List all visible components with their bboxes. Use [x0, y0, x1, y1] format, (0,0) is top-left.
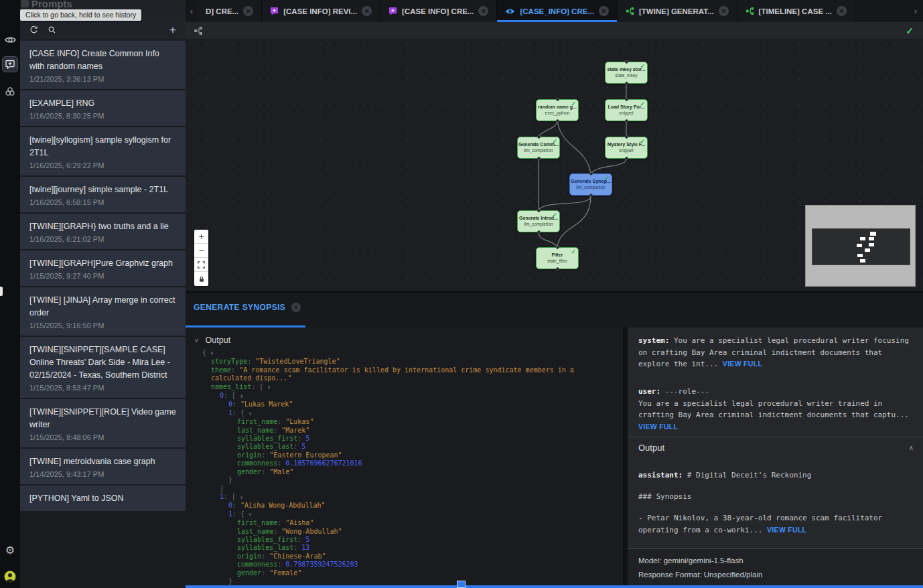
json-line: syllables_last: 13	[186, 544, 616, 552]
tab-close-icon[interactable]: ✕	[719, 6, 729, 16]
chevron-up-icon[interactable]: ∧	[909, 444, 914, 451]
collapse-chevron-icon[interactable]: ∨	[240, 393, 243, 399]
graph-node[interactable]: ✓state mkey stor...state_mkey	[605, 62, 648, 84]
lock-icon[interactable]	[194, 272, 208, 286]
tab[interactable]: D] CRE...✕	[198, 0, 262, 22]
eye-view-icon[interactable]	[0, 29, 20, 50]
json-token: last_name	[237, 427, 273, 434]
settings-gear-icon[interactable]: ⚙	[0, 540, 20, 560]
json-token: syllables_last	[237, 544, 293, 551]
json-token: }	[228, 476, 232, 484]
minimap-viewport[interactable]	[812, 228, 910, 265]
refresh-icon[interactable]	[29, 25, 38, 34]
tab-close-icon[interactable]: ✕	[362, 6, 372, 16]
tab-close-icon[interactable]: ✕	[243, 6, 253, 16]
tab-close-icon[interactable]: ✕	[599, 6, 609, 16]
list-item[interactable]: [TWINE][SNIPPET][ROLE] Video game writer…	[20, 399, 186, 447]
list-item[interactable]: [EXAMPLE] RNG1/16/2025, 8:30:25 PM	[20, 90, 186, 126]
graph-node[interactable]: ✓random name g...exec_python	[536, 99, 579, 121]
zoom-out-icon[interactable]: −	[194, 244, 208, 258]
tab[interactable]: [TWINE] GENERAT...✕	[618, 0, 737, 22]
list-item[interactable]: [twine][syllogism] sample syllogism for …	[20, 127, 186, 175]
tab-strip: D] CRE...✕[CASE INFO] REVI...✕[CASE INFO…	[198, 0, 855, 22]
json-token: :	[261, 569, 269, 577]
graph-node[interactable]: ✓Mystery Style F...snippet	[605, 137, 648, 159]
list-item[interactable]: [TWINE] metroidvania case graph1/14/2025…	[20, 449, 186, 484]
tab-close-icon[interactable]: ✕	[478, 6, 488, 16]
fit-view-icon[interactable]	[194, 258, 208, 272]
tab-close-icon[interactable]: ✕	[837, 6, 847, 16]
tab[interactable]: [CASE INFO] CRE...✕	[380, 0, 497, 22]
view-full-link[interactable]: VIEW FULL	[767, 526, 806, 534]
prompt-timestamp: 1/16/2025, 6:29:22 PM	[29, 161, 176, 169]
prompts-nav-icon[interactable]	[2, 56, 18, 72]
resize-handle[interactable]	[457, 581, 466, 588]
json-line: gender: "Male"	[186, 468, 616, 476]
list-item[interactable]: [CASE INFO] Create Common Info with rand…	[20, 41, 186, 89]
json-token: :	[277, 459, 285, 467]
system-role-label: system:	[638, 336, 669, 345]
json-token: "Aisha Wong-Abdullah"	[240, 502, 325, 509]
prompt-icon	[388, 7, 397, 15]
collapse-chevron-icon[interactable]: ∨	[210, 350, 214, 356]
json-line: ]	[186, 485, 616, 493]
view-full-link[interactable]: VIEW FULL	[638, 423, 678, 431]
scroll-tabs-right-icon[interactable]: ›	[910, 0, 922, 22]
list-item[interactable]: [twine][journey] simple sample - 2T1L1/1…	[20, 177, 186, 212]
zoom-in-icon[interactable]: +	[194, 230, 208, 244]
collapse-chevron-icon[interactable]: ∨	[248, 411, 252, 417]
add-prompt-button[interactable]: +	[169, 24, 176, 35]
list-item[interactable]: [TWINE][GRAPH]Pure Graphviz graph1/15/20…	[20, 250, 186, 286]
response-format: Response Format: Unspecified/plain	[638, 568, 912, 582]
panel-divider[interactable]	[623, 327, 628, 585]
minimap-node	[857, 254, 863, 257]
collapse-chevron-icon[interactable]: ∨	[240, 494, 243, 500]
graph-node[interactable]: ✓Filterstate_filter	[536, 247, 579, 269]
canvas-header: ✓	[186, 22, 923, 40]
workflow-nav-icon[interactable]	[0, 82, 20, 102]
list-item[interactable]: [TWINE] [JINJA] Array merge in correct o…	[20, 287, 186, 336]
scroll-tabs-left-icon[interactable]: ‹	[186, 0, 198, 22]
json-token: "Marek"	[281, 427, 309, 434]
collapse-chevron-icon[interactable]: ∨	[267, 384, 271, 390]
close-icon[interactable]: ✕	[291, 303, 301, 312]
tab[interactable]: [TIMELINE] CASE ...✕	[737, 0, 855, 22]
user-avatar[interactable]	[0, 567, 20, 587]
json-token: "Lukas"	[285, 418, 313, 425]
search-icon[interactable]	[48, 25, 56, 34]
list-item[interactable]: [PYTHON] Yaml to JSON	[20, 486, 186, 511]
list-item[interactable]: [TWINE][GRAPH} two truths and a lie1/16/…	[20, 214, 186, 249]
bottom-tab-label: GENERATE SYNOPSIS	[194, 303, 285, 312]
graph-node[interactable]: ✓Load Story For...snippet	[605, 99, 648, 121]
tab[interactable]: [CASE_INFO] CRE...✕	[497, 0, 618, 22]
back-button-tooltip: Click to go back, hold to see history	[20, 9, 141, 21]
graph-node[interactable]: ✓Generate Comm...llm_completion	[517, 137, 560, 159]
tab-generate-synopsis[interactable]: GENERATE SYNOPSIS ✕	[194, 303, 301, 312]
graph-node[interactable]: ✓Generate Introd...llm_completion	[517, 210, 560, 232]
json-token: syllables_first	[237, 536, 297, 543]
json-line: 1: { ∨	[186, 409, 616, 418]
tab[interactable]: [CASE INFO] REVI...✕	[262, 0, 380, 22]
json-token: first_name	[237, 519, 277, 526]
prompt-title: [TWINE] metroidvania case graph	[29, 455, 176, 468]
json-line: 0: "Lukas Marek"	[186, 400, 616, 409]
output-header[interactable]: Output ∧	[638, 443, 914, 453]
prompt-timestamp: 1/21/2025, 3:36:13 PM	[29, 75, 176, 83]
minimap-node	[869, 237, 874, 240]
output-section-toggle[interactable]: ∨ Output	[186, 327, 623, 349]
edge-drag-handle[interactable]	[0, 287, 3, 296]
graph-node[interactable]: ✓Generate Synop...llm_completion	[569, 173, 612, 196]
node-subtitle: exec_python	[537, 110, 578, 116]
list-item[interactable]: [TWINE][SNIPPET][SAMPLE CASE] Online Thr…	[20, 337, 186, 398]
json-token: :	[277, 418, 285, 425]
view-full-link[interactable]: VIEW FULL	[723, 360, 762, 368]
assistant-role-label: assistant:	[638, 471, 683, 480]
resize-bar[interactable]	[186, 585, 923, 588]
json-token: {	[202, 349, 210, 356]
collapse-chevron-icon[interactable]: ∨	[248, 512, 252, 518]
json-token: commonness	[237, 561, 277, 568]
minimap[interactable]	[805, 205, 916, 287]
prompt-timestamp: 1/15/2025, 9:16:50 PM	[29, 321, 176, 329]
prompt-timestamp: 1/15/2025, 9:27:40 PM	[29, 272, 176, 280]
graph-canvas[interactable]: ✓state mkey stor...state_mkey✓random nam…	[186, 40, 923, 291]
